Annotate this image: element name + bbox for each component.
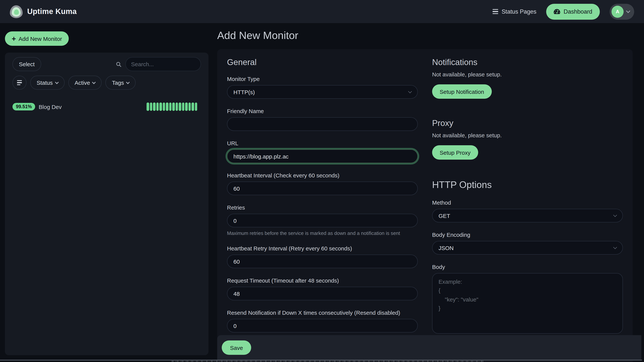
save-bar: Save xyxy=(217,335,641,360)
options-column: Notifications Not available, please setu… xyxy=(432,58,623,360)
brand[interactable]: Uptime Kuma xyxy=(10,5,77,18)
method-select[interactable]: GET xyxy=(432,209,623,222)
search-input[interactable] xyxy=(126,57,201,71)
dashboard-label: Dashboard xyxy=(564,8,592,15)
chevron-down-icon xyxy=(126,80,130,84)
heartbeat-interval-label: Heartbeat Interval (Check every 60 secon… xyxy=(227,172,418,178)
url-label: URL xyxy=(227,140,418,146)
page-title: Add New Monitor xyxy=(217,30,633,42)
monitor-name: Blog Dev xyxy=(39,103,62,110)
heartbeat-bar xyxy=(150,102,152,111)
retries-input[interactable] xyxy=(227,214,418,227)
dashboard-button[interactable]: Dashboard xyxy=(546,4,600,20)
resend-notification-input[interactable] xyxy=(227,319,418,332)
body-encoding-label: Body Encoding xyxy=(432,232,623,238)
resend-notification-label: Resend Notification if Down X times cons… xyxy=(227,309,418,316)
filter-active-label: Active xyxy=(74,79,90,86)
monitor-type-value: HTTP(s) xyxy=(234,89,255,95)
select-button[interactable]: Select xyxy=(12,57,41,71)
heartbeat-bar xyxy=(182,102,184,111)
monitor-list-panel: Select Status Active xyxy=(5,53,208,355)
general-heading: General xyxy=(227,58,418,67)
chevron-down-icon xyxy=(55,80,58,84)
heartbeat-bar xyxy=(169,102,172,111)
plus-icon xyxy=(12,35,16,42)
sidebar: Add New Monitor Select Status xyxy=(5,31,208,355)
filter-tags-button[interactable]: Tags xyxy=(106,76,136,90)
monitor-type-select[interactable]: HTTP(s) xyxy=(227,85,418,99)
add-new-monitor-button[interactable]: Add New Monitor xyxy=(5,31,69,46)
heartbeat-bar xyxy=(153,102,156,111)
app-root: Uptime Kuma Status Pages Dashboard A Add… xyxy=(0,0,644,362)
body-encoding-select[interactable]: JSON xyxy=(432,241,623,255)
retry-interval-input[interactable] xyxy=(227,255,418,268)
http-options-heading: HTTP Options xyxy=(432,179,623,190)
list-icon xyxy=(17,80,22,85)
filter-status-label: Status xyxy=(37,79,53,86)
status-pages-label: Status Pages xyxy=(502,8,536,15)
monitor-form-card: General Monitor Type HTTP(s) Friendly Na… xyxy=(217,49,633,362)
heartbeat-bar xyxy=(185,102,188,111)
body-label: Body xyxy=(432,264,623,270)
navbar: Uptime Kuma Status Pages Dashboard A xyxy=(0,0,644,23)
friendly-name-label: Friendly Name xyxy=(227,108,418,114)
search-icon xyxy=(116,61,122,67)
proxy-empty-text: Not available, please setup. xyxy=(432,132,623,138)
body-encoding-value: JSON xyxy=(438,245,454,251)
chevron-down-icon xyxy=(613,213,617,217)
chevron-down-icon xyxy=(92,80,96,84)
proxy-heading: Proxy xyxy=(432,118,623,128)
retry-interval-label: Heartbeat Retry Interval (Retry every 60… xyxy=(227,245,418,252)
retries-help-text: Maximum retries before the service is ma… xyxy=(227,230,418,236)
notifications-heading: Notifications xyxy=(432,58,623,67)
status-pages-link[interactable]: Status Pages xyxy=(492,8,536,15)
heartbeat-bar xyxy=(166,102,168,111)
notifications-empty-text: Not available, please setup. xyxy=(432,71,623,78)
friendly-name-input[interactable] xyxy=(227,117,418,131)
status-pages-icon xyxy=(492,9,498,14)
setup-proxy-button[interactable]: Setup Proxy xyxy=(432,145,478,160)
heartbeat-bar xyxy=(146,102,149,111)
monitor-list-item[interactable]: 99.51% Blog Dev xyxy=(12,101,201,112)
monitor-type-label: Monitor Type xyxy=(227,76,418,82)
heartbeat-interval-input[interactable] xyxy=(227,182,418,195)
heartbeat-bar xyxy=(179,102,181,111)
heartbeat-bars xyxy=(146,102,197,111)
uptime-badge: 99.51% xyxy=(12,103,35,110)
filter-active-button[interactable]: Active xyxy=(68,76,102,90)
navbar-right: Status Pages Dashboard A xyxy=(492,4,634,20)
cropped-content-strip xyxy=(172,360,484,362)
avatar: A xyxy=(612,6,624,18)
heartbeat-bar xyxy=(162,102,165,111)
user-menu[interactable]: A xyxy=(610,4,634,20)
main-content: Add New Monitor General Monitor Type HTT… xyxy=(217,30,633,362)
heartbeat-bar xyxy=(195,102,197,111)
save-button[interactable]: Save xyxy=(222,340,251,355)
brand-title: Uptime Kuma xyxy=(27,7,77,16)
chevron-down-icon xyxy=(408,89,412,93)
chevron-down-icon xyxy=(626,9,630,13)
method-value: GET xyxy=(438,212,450,219)
heartbeat-bar xyxy=(188,102,191,111)
heartbeat-bar xyxy=(172,102,175,111)
request-timeout-label: Request Timeout (Timeout after 48 second… xyxy=(227,277,418,284)
retries-label: Retries xyxy=(227,204,418,211)
heartbeat-bar xyxy=(156,102,159,111)
add-new-monitor-label: Add New Monitor xyxy=(18,35,62,42)
list-layout-button[interactable] xyxy=(12,76,26,90)
request-timeout-input[interactable] xyxy=(227,287,418,300)
setup-notification-button[interactable]: Setup Notification xyxy=(432,84,492,99)
filter-status-button[interactable]: Status xyxy=(30,76,64,90)
heartbeat-bar xyxy=(176,102,178,111)
heartbeat-bar xyxy=(192,102,194,111)
heartbeat-bar xyxy=(160,102,162,111)
uptime-kuma-logo-icon xyxy=(10,5,23,18)
body-textarea[interactable] xyxy=(432,273,623,334)
url-input[interactable] xyxy=(227,149,418,163)
method-label: Method xyxy=(432,199,623,206)
chevron-down-icon xyxy=(613,245,617,249)
gauge-icon xyxy=(554,8,560,15)
general-column: General Monitor Type HTTP(s) Friendly Na… xyxy=(227,58,418,360)
filter-tags-label: Tags xyxy=(112,79,124,86)
